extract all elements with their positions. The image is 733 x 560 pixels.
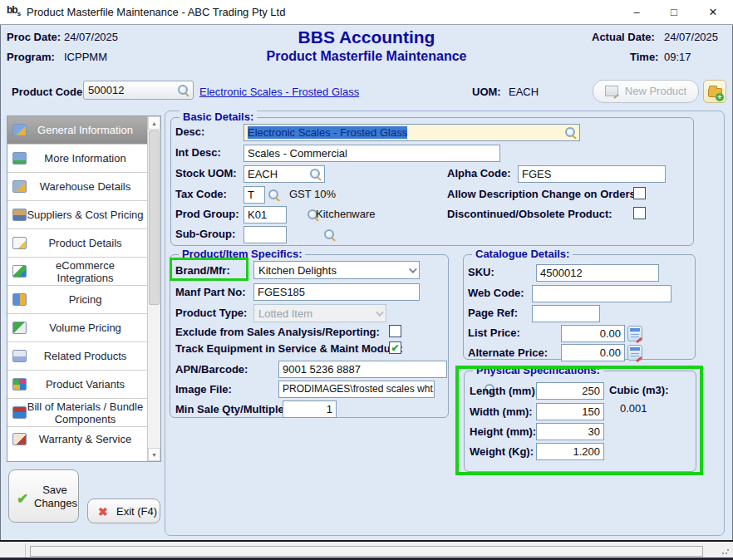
product-type-dropdown: Lotted Item [253,304,386,322]
product-type-label: Product Type: [175,307,247,319]
sidebar-item-more-information[interactable]: More Information [7,145,147,173]
product-specifics-legend: Product/Item Specifics: [179,248,305,260]
apn-barcode-label: APN/Barcode: [175,363,248,376]
pricing-icon [12,293,27,306]
width-input[interactable]: 150 [536,403,604,420]
scroll-down-icon[interactable]: ▼ [148,448,160,461]
cubic-value: 0.001 [620,402,647,415]
product-code-input[interactable]: 500012 [83,81,194,100]
sidebar-item-product-details[interactable]: Product Details [7,229,147,258]
image-file-label: Image File: [175,383,232,395]
search-icon[interactable] [564,126,577,139]
maximize-button[interactable]: □ [656,0,692,25]
height-input[interactable]: 30 [536,423,604,440]
save-changes-button[interactable]: ✔ Save Changes [8,469,79,523]
scroll-up-icon[interactable]: ▲ [148,116,160,130]
tax-code-label: Tax Code: [175,188,227,200]
discontinued-checkbox[interactable] [633,207,646,219]
warranty-service-icon [12,433,27,445]
tax-code-input[interactable]: T [244,186,265,204]
close-button[interactable]: ✕ [695,0,731,25]
allow-desc-change-checkbox[interactable] [633,187,646,199]
sidebar-item-warehouse-details[interactable]: Warehouse Details [7,173,147,201]
related-products-icon [12,350,27,362]
track-equipment-checkbox[interactable]: ✔ [389,341,401,354]
bill-of-materials-icon [12,406,27,419]
page-ref-input[interactable] [532,305,600,322]
product-variants-icon [12,378,27,391]
status-message-field [30,546,703,557]
sidebar-item-suppliers-cost-pricing[interactable]: Suppliers & Cost Pricing [7,201,147,229]
sidebar-item-pricing[interactable]: Pricing [7,286,147,314]
web-code-label: Web Code: [468,287,524,299]
exclude-sales-checkbox[interactable] [389,325,401,337]
search-icon[interactable] [323,228,336,241]
physical-specs-legend: Physical Specifications: [473,364,603,376]
sku-input[interactable]: 4500012 [536,264,659,282]
manf-part-label: Manf Part No: [175,286,246,298]
sub-group-label: Sub-Group: [175,228,235,240]
open-folder-button[interactable]: + [703,80,726,103]
alpha-code-input[interactable]: FGES [518,165,666,183]
window-title: Product Masterfile Maintenance - ABC Tra… [27,6,285,18]
prod-group-input[interactable]: K01 [244,206,287,224]
prod-group-label: Prod Group: [175,208,239,220]
track-equipment-label: Track Equipment in Service & Maint Modul… [175,342,403,355]
alternate-price-input[interactable]: 0.00 [561,344,625,361]
desc-label: Desc: [175,125,204,138]
price-edit-icon[interactable] [627,326,642,341]
sidebar-item-bill-of-materials[interactable]: Bill of Materials / Bundle Components [7,399,147,427]
exit-button[interactable]: ✖ Exit (F4) [87,499,160,523]
sidebar-item-related-products[interactable]: Related Products [7,342,147,371]
page-ref-label: Page Ref: [468,307,518,319]
allow-desc-change-label: Allow Description Change on Orders: [447,188,639,200]
width-label: Width (mm): [470,405,533,418]
list-price-input[interactable]: 0.00 [561,325,625,342]
desc-input[interactable]: Electronic Scales - Frosted Glass [244,124,580,141]
alternate-price-label: Alternate Price: [468,346,548,359]
search-icon[interactable] [309,168,322,180]
sidebar-nav: General Information More Information War… [7,115,161,462]
plus-icon: + [716,93,724,101]
stock-uom-input[interactable]: EACH [244,165,325,183]
sidebar-item-product-variants[interactable]: Product Variants [7,371,147,399]
stock-uom-label: Stock UOM: [175,167,237,179]
sku-label: SKU: [468,266,494,278]
sub-group-input[interactable] [244,226,287,243]
length-input[interactable]: 250 [536,382,604,400]
product-details-icon [12,237,27,249]
sidebar-item-ecommerce-integrations[interactable]: eCommerce Integrations [7,258,147,286]
brand-mfr-dropdown[interactable]: Kitchen Delights [253,261,420,279]
basic-details-legend: Basic Details: [180,111,257,123]
sidebar-item-volume-pricing[interactable]: Volume Pricing [7,314,147,342]
search-icon[interactable] [268,189,280,201]
more-information-icon [12,152,27,165]
weight-input[interactable]: 1.200 [536,443,604,460]
web-code-input[interactable] [532,285,672,302]
search-icon[interactable] [177,84,189,96]
apn-barcode-input[interactable]: 9001 5236 8887 [278,361,447,378]
int-desc-input[interactable]: Scales - Commercial [244,145,500,162]
min-sale-qty-input[interactable]: 1 [283,400,337,418]
product-code-label: Product Code: [12,86,86,98]
new-product-icon [605,86,618,96]
length-label: Length (mm): [470,385,539,397]
product-description-link[interactable]: Electronic Scales - Frosted Glass [199,86,359,98]
sidebar-scrollbar[interactable]: ▲ ▼ [147,116,160,461]
app-window: bbs Product Masterfile Maintenance - ABC… [0,0,733,560]
minimize-button[interactable]: – [618,0,655,25]
scrollbar-thumb[interactable] [149,130,160,305]
image-file-input[interactable]: PRODIMAGES\frosted scales wht.jpg [278,381,435,398]
chevron-down-icon [409,265,417,273]
sidebar-item-warranty-service[interactable]: Warranty & Service [7,427,147,451]
new-product-button[interactable]: New Product [593,80,699,103]
tax-code-description: GST 10% [289,188,336,200]
ecommerce-icon [12,265,27,278]
price-edit-icon[interactable] [627,345,642,361]
time-label: Time: [630,51,658,63]
sidebar-item-general-information[interactable]: General Information [7,116,147,145]
alpha-code-label: Alpha Code: [447,167,511,179]
resize-grip[interactable] [721,547,730,555]
manf-part-input[interactable]: FGES185 [253,283,420,301]
list-price-label: List Price: [468,327,520,339]
